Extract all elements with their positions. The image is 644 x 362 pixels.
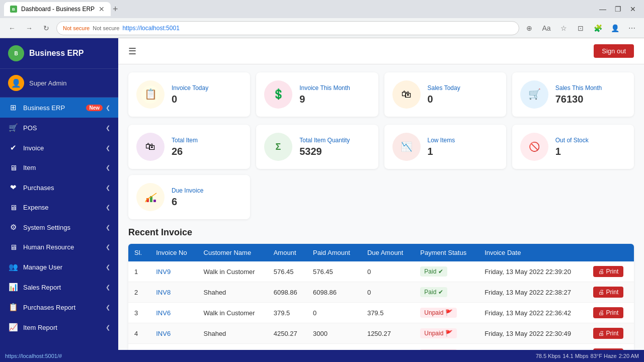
- svg-text:B: B: [14, 51, 18, 56]
- reload-button[interactable]: ↻: [39, 21, 53, 35]
- new-tab-button[interactable]: +: [113, 4, 118, 15]
- cell-print: 🖨 Print: [587, 282, 634, 303]
- status-badge: Unpaid 🚩: [420, 328, 456, 338]
- sidebar-item-item[interactable]: 🖥 Item ❮: [0, 158, 118, 177]
- cell-date: Friday, 13 May 2022 22:36:42: [478, 303, 587, 323]
- print-button[interactable]: 🖨 Print: [593, 328, 623, 339]
- hamburger-icon[interactable]: ☰: [128, 46, 136, 57]
- section-title: Recent Invoice: [128, 227, 634, 238]
- sales-today-label: Sales Today: [428, 84, 460, 92]
- total-item-icon: 🛍: [136, 133, 165, 161]
- cell-date: Friday, 13 May 2022 22:38:27: [478, 282, 587, 303]
- out-of-stock-icon: 🚫: [520, 133, 548, 161]
- inv-link[interactable]: INV9: [156, 268, 171, 276]
- location-icon[interactable]: ⊕: [522, 21, 536, 35]
- sidebar-item-human-resource[interactable]: 🖥 Human Resource ❮: [0, 237, 118, 257]
- menu-icon[interactable]: ⋯: [625, 21, 639, 35]
- card-low-items[interactable]: 📉 Low Items 1: [384, 125, 506, 169]
- invoice-month-value: 9: [299, 94, 350, 105]
- cell-status: Paid ✔: [414, 282, 478, 303]
- invoice-today-info: Invoice Today 0: [172, 84, 208, 105]
- item-chevron-icon: ❮: [106, 164, 110, 171]
- statusbar-weather: 83°F Haze: [591, 353, 617, 359]
- collections-icon[interactable]: ⊡: [574, 21, 588, 35]
- inv-link[interactable]: INV8: [156, 289, 171, 296]
- card-invoice-today[interactable]: 📋 Invoice Today 0: [128, 72, 250, 117]
- item-report-chevron-icon: ❮: [106, 324, 110, 331]
- sidebar-item-manage-user[interactable]: 👥 Manage User ❮: [0, 257, 118, 277]
- total-item-value: 26: [172, 146, 198, 157]
- recent-invoice-section: Recent Invoice Sl. Invoice No Customer N…: [118, 227, 644, 362]
- card-total-qty[interactable]: Σ Total Item Quantity 5329: [256, 125, 378, 169]
- address-bar[interactable]: Not secure Not secure https://localhost:…: [56, 21, 519, 35]
- total-item-info: Total Item 26: [172, 137, 198, 157]
- total-qty-icon: Σ: [264, 133, 292, 161]
- card-due-invoice[interactable]: Due Invoice 6: [128, 175, 250, 219]
- browser-tab[interactable]: B Dashboard - Business ERP ✕: [4, 2, 111, 16]
- print-button[interactable]: 🖨 Print: [593, 266, 623, 277]
- table-header-row: Sl. Invoice No Customer Name Amount Paid…: [128, 244, 634, 261]
- cell-paid: 576.45: [307, 261, 361, 282]
- print-button[interactable]: 🖨 Print: [593, 307, 623, 318]
- card-out-of-stock[interactable]: 🚫 Out of Stock 1: [512, 125, 634, 169]
- table-row: 2 INV8 Shahed 6098.86 6098.86 0 Paid ✔ F…: [128, 282, 634, 303]
- svg-text:🚫: 🚫: [529, 141, 540, 152]
- sales-month-icon: 🛒: [520, 80, 548, 109]
- sidebar-user: 👤 Super Admin: [0, 69, 118, 98]
- hr-icon: 🖥: [8, 243, 18, 251]
- sign-out-button[interactable]: Sign out: [594, 44, 634, 58]
- statusbar-time: 2:20 AM: [619, 353, 639, 359]
- table-row: 4 INV6 Shahed 4250.27 3000 1250.27 Unpai…: [128, 323, 634, 344]
- inv-link[interactable]: INV6: [156, 330, 171, 337]
- invoice-today-icon: 📋: [136, 80, 165, 109]
- restore-button[interactable]: ❐: [611, 2, 625, 16]
- statusbar-network2: 14.1 Mbps: [562, 353, 588, 359]
- low-items-icon: 📉: [392, 133, 421, 161]
- hr-chevron-icon: ❮: [106, 244, 110, 250]
- expense-chevron-icon: ❮: [106, 204, 110, 211]
- sidebar-item-expense[interactable]: 🖥 Expense ❮: [0, 198, 118, 217]
- sidebar-label-invoice: Invoice: [23, 144, 44, 152]
- sidebar-item-invoice[interactable]: ✔ Invoice ❮: [0, 138, 118, 158]
- total-qty-label: Total Item Quantity: [299, 137, 350, 144]
- card-sales-today[interactable]: 🛍 Sales Today 0: [384, 72, 506, 117]
- security-warning-text: Not secure: [93, 25, 119, 31]
- card-total-item[interactable]: 🛍 Total Item 26: [128, 125, 250, 169]
- card-sales-month[interactable]: 🛒 Sales This Month 76130: [512, 72, 634, 117]
- sidebar-item-item-report[interactable]: 📈 Item Report ❮: [0, 317, 118, 337]
- cell-due: 379.5: [361, 303, 414, 323]
- sidebar-item-purchases-report[interactable]: 📋 Purchases Report ❮: [0, 297, 118, 317]
- statusbar-network: 78.5 Kbps: [536, 353, 561, 359]
- chevron-icon: ❮: [106, 105, 110, 111]
- sidebar-label-purchases-report: Purchases Report: [23, 304, 75, 311]
- sidebar-item-system-settings[interactable]: ⚙ System Settings ❮: [0, 217, 118, 237]
- close-button[interactable]: ✕: [626, 2, 640, 16]
- dashboard-cards-row1: 📋 Invoice Today 0 💲 Invoice This Mo: [118, 64, 644, 125]
- card-invoice-month[interactable]: 💲 Invoice This Month 9: [256, 72, 378, 117]
- sidebar-label-hr: Human Resource: [23, 243, 74, 251]
- favorites-icon[interactable]: ☆: [556, 21, 571, 35]
- forward-button[interactable]: →: [22, 21, 36, 35]
- sidebar-item-pos[interactable]: 🛒 POS ❮: [0, 118, 118, 138]
- col-customer: Customer Name: [198, 244, 268, 261]
- cell-inv-no: INV6: [150, 323, 197, 344]
- tab-close-button[interactable]: ✕: [99, 5, 105, 13]
- cell-status: Paid ✔: [414, 261, 478, 282]
- sidebar-item-sales-report[interactable]: 📊 Sales Report ❮: [0, 277, 118, 297]
- dashboard-cards-row2: 🛍 Total Item 26 Σ Total Item Quantit: [118, 125, 644, 175]
- cell-inv-no: INV6: [150, 303, 197, 323]
- invoice-today-label: Invoice Today: [172, 84, 208, 92]
- print-button[interactable]: 🖨 Print: [593, 287, 623, 298]
- back-button[interactable]: ←: [5, 21, 19, 35]
- cell-status: Unpaid 🚩: [414, 303, 478, 323]
- profile-icon[interactable]: 👤: [608, 21, 622, 35]
- due-invoice-value: 6: [172, 196, 203, 208]
- inv-link[interactable]: INV6: [156, 309, 171, 317]
- read-mode-icon[interactable]: Aa: [539, 21, 553, 35]
- extensions-icon[interactable]: 🧩: [591, 21, 605, 35]
- minimize-button[interactable]: —: [596, 2, 610, 16]
- sidebar-item-purchases[interactable]: ❤ Purchases ❮: [0, 177, 118, 198]
- cell-amount: 379.5: [268, 303, 307, 323]
- sidebar-item-business-erp[interactable]: ⊞ Business ERP New ❮: [0, 98, 118, 118]
- users-icon: 👥: [8, 262, 18, 272]
